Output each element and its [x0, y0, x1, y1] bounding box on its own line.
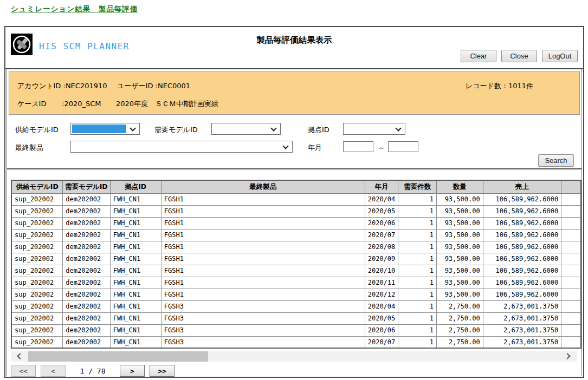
search-button[interactable]: Search: [538, 154, 574, 167]
table-cell: [561, 277, 581, 289]
app-header: HIS SCM PLANNER 製品毎評価結果表示 Clear Close Lo…: [5, 27, 583, 69]
table-cell: 2020/08: [365, 241, 398, 253]
table-cell: FGSH1: [161, 265, 365, 277]
table-row[interactable]: sup_202002dem202002FWH_CN1FGSH12020/0719…: [11, 229, 581, 241]
table-cell: 2,673,001.3750: [483, 324, 561, 336]
table-cell: 1: [398, 289, 437, 300]
header-cell: [561, 180, 581, 193]
table-row[interactable]: sup_202002dem202002FWH_CN1FGSH32020/0412…: [11, 300, 581, 312]
table-cell: FGSH3: [161, 336, 365, 348]
header-cell: 需要件数: [398, 180, 437, 193]
section-divider: [7, 168, 581, 169]
last-page-button[interactable]: >>: [150, 365, 175, 377]
breadcrumb-link[interactable]: シュミレーション結果 製品毎評価: [11, 4, 138, 14]
header-cell: 年月: [365, 180, 398, 193]
table-cell: 93,500.00: [436, 253, 483, 265]
table-cell: FGSH1: [161, 217, 365, 229]
scroll-left-arrow[interactable]: [11, 351, 28, 362]
results-table-wrap: 供給モデルID需要モデルID拠点ID最終製品年月需要件数数量売上 sup_202…: [11, 180, 581, 349]
table-cell: 1: [398, 277, 437, 289]
table-row[interactable]: sup_202002dem202002FWH_CN1FGSH12020/0919…: [11, 253, 581, 265]
chevron-down-icon: [395, 125, 401, 131]
header-cell: 供給モデルID: [11, 180, 63, 193]
site-id-select[interactable]: [343, 123, 405, 135]
table-cell: FWH_CN1: [110, 289, 161, 300]
demand-model-select[interactable]: [211, 123, 281, 135]
table-cell: sup_202002: [11, 300, 63, 312]
table-row[interactable]: sup_202002dem202002FWH_CN1FGSH32020/0612…: [11, 324, 581, 336]
table-cell: [561, 289, 581, 300]
prev-page-button[interactable]: <: [41, 365, 66, 377]
logout-button[interactable]: LogOut: [542, 50, 578, 62]
table-cell: FGSH1: [161, 241, 365, 253]
table-cell: [561, 265, 581, 277]
horizontal-scrollbar[interactable]: [11, 351, 577, 362]
product-select[interactable]: [70, 141, 293, 153]
table-cell: dem202002: [63, 277, 110, 289]
table-cell: [561, 336, 581, 348]
table-row[interactable]: sup_202002dem202002FWH_CN1FGSH12020/0619…: [11, 217, 581, 229]
table-cell: 93,500.00: [436, 265, 483, 277]
product-label: 最終製品: [15, 143, 43, 153]
table-cell: FWH_CN1: [110, 229, 161, 241]
table-cell: 106,589,962.6000: [483, 205, 561, 217]
table-cell: sup_202002: [11, 324, 63, 336]
table-row[interactable]: sup_202002dem202002FWH_CN1FGSH12020/0519…: [11, 205, 581, 217]
table-cell: sup_202002: [11, 193, 63, 205]
table-cell: 2,673,001.3750: [483, 312, 561, 324]
table-row[interactable]: sup_202002dem202002FWH_CN1FGSH12020/1119…: [11, 277, 581, 289]
user-id-label: ユーザーID: [117, 82, 153, 90]
table-row[interactable]: sup_202002dem202002FWH_CN1FGSH12020/1019…: [11, 265, 581, 277]
table-cell: sup_202002: [11, 277, 63, 289]
account-id: アカウントID :NEC201910: [17, 81, 107, 91]
table-cell: 2,673,001.3750: [483, 300, 561, 312]
table-cell: 2020/07: [365, 229, 398, 241]
next-page-button[interactable]: >: [120, 365, 145, 377]
table-cell: 1: [398, 312, 437, 324]
table-cell: 106,589,962.6000: [483, 253, 561, 265]
table-cell: 2020/11: [365, 277, 398, 289]
table-header-row: 供給モデルID需要モデルID拠点ID最終製品年月需要件数数量売上: [11, 180, 581, 193]
table-cell: FWH_CN1: [110, 324, 161, 336]
table-cell: 2,673,001.3750: [483, 336, 561, 348]
scrollbar-thumb[interactable]: [28, 351, 208, 362]
table-cell: FGSH1: [161, 289, 365, 300]
table-cell: [561, 253, 581, 265]
table-row[interactable]: sup_202002dem202002FWH_CN1FGSH32020/0512…: [11, 312, 581, 324]
table-cell: 93,500.00: [436, 193, 483, 205]
table-cell: 1: [398, 229, 437, 241]
yearmonth-from-input[interactable]: [343, 141, 373, 152]
table-cell: [561, 241, 581, 253]
header-cell: 売上: [483, 180, 561, 193]
first-page-button[interactable]: <<: [11, 365, 36, 377]
table-cell: sup_202002: [11, 229, 63, 241]
table-cell: 2020/07: [365, 336, 398, 348]
filter-section: 供給モデルID 需要モデルID 拠点ID 最終製品 年月: [7, 117, 581, 170]
chevron-down-icon: [282, 143, 288, 149]
header-buttons: Clear Close LogOut: [461, 50, 578, 62]
account-id-value: :NEC201910: [63, 82, 107, 90]
supply-model-select[interactable]: [70, 123, 140, 135]
table-cell: sup_202002: [11, 289, 63, 300]
table-cell: 106,589,962.6000: [483, 241, 561, 253]
table-cell: [561, 229, 581, 241]
table-cell: dem202002: [63, 253, 110, 265]
table-cell: dem202002: [63, 336, 110, 348]
table-row[interactable]: sup_202002dem202002FWH_CN1FGSH12020/0819…: [11, 241, 581, 253]
table-cell: FGSH3: [161, 300, 365, 312]
scroll-right-arrow[interactable]: [560, 351, 577, 362]
pagination: << < 1 / 78 > >>: [11, 365, 175, 377]
table-cell: 2020/04: [365, 300, 398, 312]
table-cell: [561, 193, 581, 205]
table-row[interactable]: sup_202002dem202002FWH_CN1FGSH32020/0712…: [11, 336, 581, 348]
table-row[interactable]: sup_202002dem202002FWH_CN1FGSH12020/0419…: [11, 193, 581, 205]
close-button[interactable]: Close: [501, 50, 537, 62]
clear-button[interactable]: Clear: [461, 50, 496, 62]
table-cell: sup_202002: [11, 265, 63, 277]
yearmonth-to-input[interactable]: [388, 141, 418, 152]
record-count: レコード数：1011件: [466, 81, 533, 91]
table-cell: 2020/06: [365, 217, 398, 229]
table-cell: 1: [398, 265, 437, 277]
table-row[interactable]: sup_202002dem202002FWH_CN1FGSH12020/1219…: [11, 289, 581, 300]
table-cell: FGSH3: [161, 312, 365, 324]
